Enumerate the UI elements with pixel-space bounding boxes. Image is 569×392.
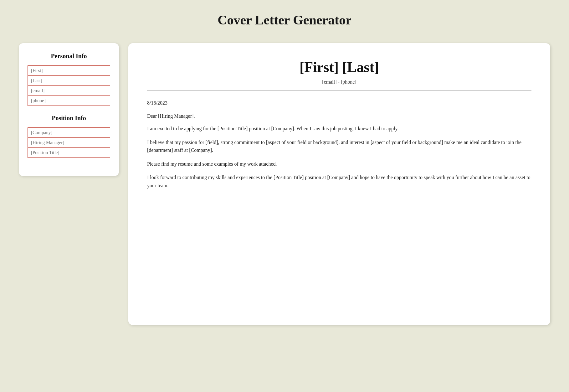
letter-contact: [email] - [phone] xyxy=(147,79,531,85)
position-info-heading: Position Info xyxy=(28,115,110,122)
left-panel: Personal Info Position Info xyxy=(19,43,119,176)
letter-date: 8/16/2023 xyxy=(147,100,531,106)
letter-name: [First] [Last] xyxy=(147,59,531,75)
letter-divider xyxy=(147,90,531,91)
letter-paragraph-2: I believe that my passion for [field], s… xyxy=(147,138,531,154)
letter-paragraph-1: I am excited to be applying for the [Pos… xyxy=(147,125,531,133)
company-input[interactable] xyxy=(28,127,110,137)
letter-salutation: Dear [Hiring Manager], xyxy=(147,113,531,119)
main-layout: Personal Info Position Info [First] [Las… xyxy=(19,43,550,325)
letter-paragraph-3: Please find my resume and some examples … xyxy=(147,160,531,168)
page-title: Cover Letter Generator xyxy=(19,13,550,28)
personal-info-heading: Personal Info xyxy=(28,53,110,60)
hiring-manager-input[interactable] xyxy=(28,137,110,147)
last-name-input[interactable] xyxy=(28,75,110,85)
personal-info-fields xyxy=(28,65,110,106)
position-info-fields xyxy=(28,127,110,158)
first-name-input[interactable] xyxy=(28,65,110,75)
right-panel: [First] [Last] [email] - [phone] 8/16/20… xyxy=(128,43,550,325)
position-title-input[interactable] xyxy=(28,147,110,158)
email-input[interactable] xyxy=(28,85,110,95)
phone-input[interactable] xyxy=(28,95,110,106)
letter-paragraph-4: I look forward to contributing my skills… xyxy=(147,173,531,189)
